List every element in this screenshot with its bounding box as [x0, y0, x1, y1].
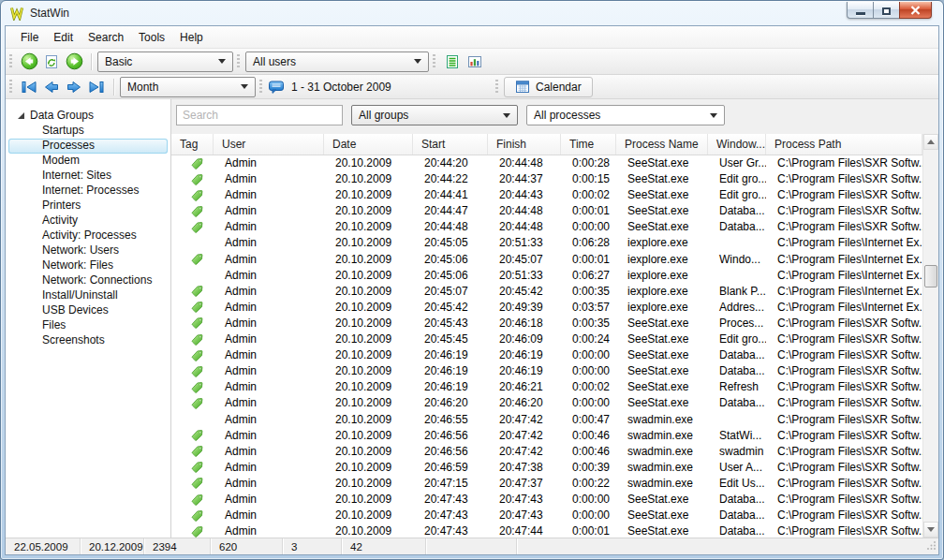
- menu-file[interactable]: File: [13, 28, 46, 47]
- toolbar-grip[interactable]: [259, 80, 262, 94]
- table-row[interactable]: Admin20.10.200920:47:4320:47:440:00:01Se…: [171, 523, 922, 538]
- menu-tools[interactable]: Tools: [131, 28, 172, 47]
- sidebar-item-activity-processes[interactable]: Activity: Processes: [8, 228, 168, 243]
- table-row[interactable]: Admin20.10.200920:45:4520:46:090:00:24Se…: [171, 332, 922, 347]
- table-area: TagUserDateStartFinishTimeProcess NameWi…: [171, 134, 938, 538]
- table-row[interactable]: Admin20.10.200920:46:1920:46:210:00:02Se…: [171, 379, 922, 395]
- table-row[interactable]: Admin20.10.200920:45:0620:45:070:00:01ie…: [171, 252, 922, 268]
- app-logo-icon: [9, 6, 24, 21]
- cell-finish: 20:47:43: [488, 492, 561, 508]
- table-row[interactable]: Admin20.10.200920:45:4320:46:180:00:35Se…: [171, 316, 922, 332]
- scroll-up-icon: [927, 140, 935, 144]
- table-row[interactable]: Admin20.10.200920:46:5620:47:420:00:46sw…: [171, 428, 922, 444]
- table-row[interactable]: Admin20.10.200920:47:4320:47:430:00:00Se…: [171, 492, 922, 508]
- sidebar-item-processes[interactable]: Processes: [8, 139, 168, 154]
- refresh-button[interactable]: [40, 52, 63, 72]
- column-header-time[interactable]: Time: [561, 134, 616, 155]
- column-header-user[interactable]: User: [214, 134, 324, 155]
- table-row[interactable]: Admin20.10.200920:45:0520:51:330:06:28ie…: [171, 235, 922, 251]
- table-row[interactable]: Admin20.10.200920:44:4120:44:430:00:02Se…: [171, 187, 922, 203]
- sidebar-item-network-users[interactable]: Network: Users: [8, 243, 168, 258]
- table-row[interactable]: Admin20.10.200920:46:2020:46:200:00:00Se…: [171, 395, 922, 411]
- close-button[interactable]: [899, 2, 932, 19]
- tag-cell: [171, 492, 214, 508]
- table-row[interactable]: Admin20.10.200920:46:1920:46:190:00:00Se…: [171, 347, 922, 363]
- table-row[interactable]: Admin20.10.200920:46:1920:46:190:00:00Se…: [171, 363, 922, 379]
- scroll-up-button[interactable]: [923, 134, 938, 150]
- column-header-tag[interactable]: Tag: [171, 134, 214, 155]
- menu-search[interactable]: Search: [81, 28, 131, 47]
- minimize-button[interactable]: [847, 2, 874, 19]
- resize-grip-icon[interactable]: [926, 540, 937, 553]
- forward-button[interactable]: [63, 52, 85, 72]
- table-row[interactable]: Admin20.10.200920:45:0720:45:420:00:35ie…: [171, 284, 922, 300]
- toolbar-grip[interactable]: [9, 80, 12, 94]
- title-bar[interactable]: StatWin: [1, 1, 943, 24]
- menu-edit[interactable]: Edit: [46, 28, 81, 47]
- report-list-button[interactable]: [441, 52, 464, 72]
- table-row[interactable]: Admin20.10.200920:46:5620:47:420:00:46sw…: [171, 444, 922, 460]
- sidebar-item-activity[interactable]: Activity: [8, 214, 168, 228]
- cell-date: 20.10.2009: [324, 460, 413, 476]
- status-bar: 22.05.200920.12.20092394620342: [6, 538, 938, 554]
- tree-expander-icon[interactable]: [18, 112, 24, 119]
- sidebar-item-usb-devices[interactable]: USB Devices: [8, 303, 168, 318]
- sidebar-item-internet-processes[interactable]: Internet: Processes: [8, 184, 168, 199]
- sidebar-item-files[interactable]: Files: [8, 318, 168, 333]
- sidebar-item-modem[interactable]: Modem: [8, 154, 168, 169]
- cell-finish: 20:46:18: [488, 316, 561, 332]
- toolbar-grip[interactable]: [237, 54, 240, 68]
- previous-period-button[interactable]: [40, 77, 63, 97]
- table-row[interactable]: Admin20.10.200920:46:5520:47:420:00:47sw…: [171, 412, 922, 428]
- sidebar-item-printers[interactable]: Printers: [8, 199, 168, 214]
- column-header-date[interactable]: Date: [324, 134, 413, 155]
- cell-path: C:\Program Files\SXR Softw...: [766, 523, 922, 538]
- first-period-button[interactable]: [18, 77, 40, 97]
- column-header-start[interactable]: Start: [413, 134, 488, 155]
- table-row[interactable]: Admin20.10.200920:44:2020:44:480:00:28Se…: [171, 155, 922, 171]
- next-period-button[interactable]: [63, 77, 85, 97]
- column-header-window[interactable]: Window...: [708, 134, 766, 155]
- last-period-button[interactable]: [85, 77, 108, 97]
- calendar-button[interactable]: Calendar: [504, 77, 593, 97]
- cell-finish: 20:46:19: [488, 347, 561, 363]
- user-filter-select[interactable]: All users: [245, 52, 429, 72]
- column-header-process-path[interactable]: Process Path: [766, 134, 922, 155]
- sidebar-item-data-groups[interactable]: Data Groups: [6, 108, 170, 123]
- sidebar-item-screenshots[interactable]: Screenshots: [8, 333, 168, 348]
- vertical-scrollbar[interactable]: [922, 134, 938, 538]
- sidebar-item-install-uninstall[interactable]: Install/Uninstall: [8, 288, 168, 303]
- table-row[interactable]: Admin20.10.200920:44:4720:44:480:00:01Se…: [171, 203, 922, 219]
- table-row[interactable]: Admin20.10.200920:45:0620:51:330:06:27ie…: [171, 268, 922, 284]
- sidebar-item-network-files[interactable]: Network: Files: [8, 258, 168, 273]
- sidebar-item-network-connections[interactable]: Network: Connections: [8, 273, 168, 288]
- scrollbar-thumb[interactable]: [924, 265, 937, 287]
- scroll-down-button[interactable]: [923, 522, 938, 538]
- cell-window: Addres...: [708, 300, 766, 316]
- table-row[interactable]: Admin20.10.200920:44:4820:44:480:00:00Se…: [171, 219, 922, 235]
- toolbar-grip[interactable]: [433, 54, 435, 68]
- maximize-button[interactable]: [874, 2, 899, 19]
- period-select[interactable]: Month: [120, 77, 256, 97]
- toolbar-grip[interactable]: [9, 54, 12, 68]
- group-filter-select[interactable]: All groups: [351, 105, 518, 125]
- table-row[interactable]: Admin20.10.200920:47:4320:47:430:00:00Se…: [171, 508, 922, 523]
- table-row[interactable]: Admin20.10.200920:47:1520:47:370:00:22sw…: [171, 476, 922, 492]
- menu-help[interactable]: Help: [172, 28, 211, 47]
- table-row[interactable]: Admin20.10.200920:46:5920:47:380:00:39sw…: [171, 460, 922, 476]
- back-button[interactable]: [18, 52, 40, 72]
- cell-path: C:\Program Files\SXR Softw...: [766, 492, 922, 508]
- search-input[interactable]: [176, 105, 343, 125]
- table-row[interactable]: Admin20.10.200920:44:2220:44:370:00:15Se…: [171, 171, 922, 187]
- cell-window: User A...: [708, 460, 766, 476]
- column-header-process-name[interactable]: Process Name: [616, 134, 708, 155]
- tag-cell: [171, 268, 214, 284]
- view-mode-select[interactable]: Basic: [97, 52, 233, 72]
- column-header-finish[interactable]: Finish: [488, 134, 561, 155]
- process-filter-select[interactable]: All processes: [526, 105, 725, 125]
- report-chart-button[interactable]: [464, 52, 486, 72]
- sidebar-item-startups[interactable]: Startups: [8, 124, 168, 139]
- toolbar-grip[interactable]: [495, 80, 498, 94]
- sidebar-item-internet-sites[interactable]: Internet: Sites: [8, 169, 168, 184]
- table-row[interactable]: Admin20.10.200920:45:4220:49:390:03:57ie…: [171, 300, 922, 316]
